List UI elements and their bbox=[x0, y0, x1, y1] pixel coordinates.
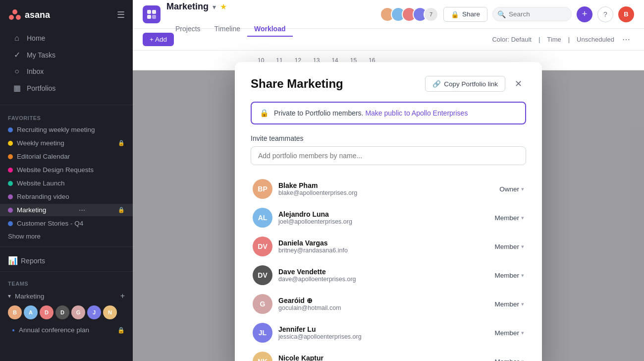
sidebar-item-my-tasks[interactable]: ✓ My Tasks bbox=[4, 47, 129, 63]
home-icon: ⌂ bbox=[12, 34, 22, 43]
member-row: NK Nicole Kaptur nicole@apolloenterprise… bbox=[251, 348, 526, 361]
chevron-down-icon: ▾ bbox=[521, 186, 524, 192]
svg-rect-4 bbox=[152, 10, 156, 14]
member-name: Dave Vendette bbox=[278, 268, 488, 276]
more-icon[interactable]: ⋯ bbox=[79, 206, 85, 214]
search-input[interactable] bbox=[492, 7, 572, 21]
svg-rect-5 bbox=[147, 15, 151, 19]
sidebar-item-rebranding[interactable]: Rebranding video bbox=[0, 190, 133, 203]
sidebar-item-portfolios[interactable]: ▦ Portfolios bbox=[4, 80, 129, 96]
role-dropdown[interactable]: Owner ▾ bbox=[499, 185, 524, 193]
modal-close-button[interactable]: ✕ bbox=[510, 76, 526, 92]
time-label[interactable]: Time bbox=[547, 36, 561, 43]
project-dot-icon: ● bbox=[12, 327, 15, 333]
sidebar-item-website-launch[interactable]: Website Launch bbox=[0, 177, 133, 189]
unscheduled-label[interactable]: Unscheduled bbox=[577, 36, 614, 43]
more-options-icon[interactable]: ⋯ bbox=[618, 35, 634, 44]
member-name: Alejandro Luna bbox=[278, 210, 488, 218]
copy-link-button[interactable]: 🔗 Copy Portfolio link bbox=[425, 76, 505, 92]
role-dropdown[interactable]: Member ▾ bbox=[494, 329, 524, 337]
role-dropdown[interactable]: Member ▾ bbox=[494, 214, 524, 222]
teams-section-title: Teams bbox=[0, 276, 133, 289]
sidebar-item-marketing[interactable]: Marketing ⋯ 🔒 bbox=[0, 204, 133, 216]
member-row: AL Alejandro Luna joel@apolloenterprises… bbox=[251, 204, 526, 232]
sidebar-project-annual-conference[interactable]: ● Annual conference plan 🔒 bbox=[0, 323, 133, 337]
check-icon: ✓ bbox=[12, 50, 22, 60]
member-email: goculain@hotmail.com bbox=[278, 304, 488, 311]
sidebar-team-marketing[interactable]: ▾ Marketing + bbox=[0, 289, 133, 303]
chevron-down-icon: ▾ bbox=[521, 243, 524, 250]
sidebar-item-home[interactable]: ⌂ Home bbox=[4, 30, 129, 46]
avatar: J bbox=[87, 305, 101, 319]
avatar: BP bbox=[253, 179, 272, 199]
role-dropdown[interactable]: Member ▾ bbox=[494, 358, 524, 361]
invite-label: Invite teammates bbox=[251, 134, 526, 142]
lock-icon: 🔒 bbox=[451, 10, 459, 18]
role-label: Member bbox=[494, 329, 519, 337]
portfolios-icon: ▦ bbox=[12, 83, 22, 93]
avatar: AL bbox=[253, 208, 272, 228]
sidebar-portfolios-label: Portfolios bbox=[27, 84, 55, 92]
modal-title: Share Marketing bbox=[251, 77, 425, 91]
help-button[interactable]: ? bbox=[597, 6, 613, 22]
role-label: Owner bbox=[499, 185, 519, 193]
role-dropdown[interactable]: Member ▾ bbox=[494, 301, 524, 308]
tab-workload[interactable]: Workload bbox=[247, 22, 293, 37]
member-row: G Gearóid ⊕ goculain@hotmail.com Member … bbox=[251, 290, 526, 318]
role-dropdown[interactable]: Member ▾ bbox=[494, 243, 524, 250]
member-name: Blake Pham bbox=[278, 181, 493, 189]
fav-website-design-label: Website Design Requests bbox=[17, 166, 94, 174]
invite-input[interactable] bbox=[251, 146, 526, 165]
member-info: Gearóid ⊕ goculain@hotmail.com bbox=[278, 297, 488, 311]
topbar-right: 7 🔒 Share 🔍 + ? B bbox=[380, 6, 634, 22]
sidebar-item-reports[interactable]: 📊 Reports bbox=[0, 251, 133, 267]
chevron-down-icon: ▾ bbox=[521, 330, 524, 336]
team-name-label: Marketing bbox=[15, 293, 44, 300]
sidebar-toggle-icon[interactable]: ☰ bbox=[117, 9, 125, 20]
main-content: Marketing ▾ ★ Projects Timeline Workload… bbox=[133, 0, 644, 361]
sidebar-item-recruiting[interactable]: Recruiting weekly meeting bbox=[0, 123, 133, 136]
show-more-button[interactable]: Show more bbox=[0, 230, 133, 242]
sidebar-item-customer-stories[interactable]: Customer Stories - Q4 bbox=[0, 217, 133, 230]
member-name: Nicole Kaptur bbox=[278, 354, 488, 361]
role-label: Member bbox=[494, 301, 519, 308]
dot-icon bbox=[8, 208, 13, 213]
sidebar-inbox-label: Inbox bbox=[27, 67, 44, 75]
sidebar-item-website-design[interactable]: Website Design Requests bbox=[0, 164, 133, 176]
privacy-text: Private to Portfolio members. Make publi… bbox=[274, 109, 468, 117]
role-label: Member bbox=[494, 214, 519, 222]
avatar: DV bbox=[253, 237, 272, 256]
tab-timeline[interactable]: Timeline bbox=[208, 22, 247, 37]
role-dropdown[interactable]: Member ▾ bbox=[494, 272, 524, 279]
avatar: DV bbox=[253, 265, 272, 285]
fav-recruiting-label: Recruiting weekly meeting bbox=[17, 126, 95, 133]
tab-projects[interactable]: Projects bbox=[168, 22, 208, 37]
search-wrapper: 🔍 bbox=[492, 7, 572, 21]
title-chevron-icon[interactable]: ▾ bbox=[213, 3, 216, 11]
members-list: BP Blake Pham blake@apolloenterprises.or… bbox=[251, 175, 526, 361]
add-project-icon[interactable]: + bbox=[120, 292, 125, 301]
add-button[interactable]: + bbox=[577, 6, 592, 22]
sidebar-item-inbox[interactable]: ○ Inbox bbox=[4, 63, 129, 79]
sidebar: asana ☰ ⌂ Home ✓ My Tasks ○ Inbox ▦ Port… bbox=[0, 0, 133, 361]
fav-editorial-label: Editorial Calendar bbox=[17, 153, 70, 160]
asana-logo[interactable]: asana bbox=[8, 8, 50, 22]
star-icon[interactable]: ★ bbox=[220, 2, 227, 11]
project-title: Marketing bbox=[166, 1, 209, 12]
sidebar-item-weekly[interactable]: Weekly meeting 🔒 bbox=[0, 137, 133, 149]
topbar: Marketing ▾ ★ Projects Timeline Workload… bbox=[133, 0, 644, 29]
chevron-down-icon: ▾ bbox=[521, 215, 524, 221]
user-avatar[interactable]: B bbox=[618, 6, 634, 22]
sidebar-item-editorial[interactable]: Editorial Calendar bbox=[0, 150, 133, 163]
member-name: Daniela Vargas bbox=[278, 239, 488, 247]
chevron-down-icon: ▾ bbox=[521, 301, 524, 307]
close-icon: ✕ bbox=[515, 78, 522, 89]
sidebar-logo: asana ☰ bbox=[0, 0, 133, 26]
make-public-link[interactable]: Make public to Apollo Enterprises bbox=[365, 109, 468, 117]
member-email: joel@apolloenterprises.org bbox=[278, 218, 488, 225]
member-info: Nicole Kaptur nicole@apolloenterprises.o… bbox=[278, 354, 488, 361]
asana-logo-text: asana bbox=[25, 10, 50, 20]
topbar-tabs: Projects Timeline Workload bbox=[168, 12, 293, 27]
share-button[interactable]: 🔒 Share bbox=[443, 7, 487, 22]
color-label[interactable]: Color: Default bbox=[492, 36, 531, 43]
